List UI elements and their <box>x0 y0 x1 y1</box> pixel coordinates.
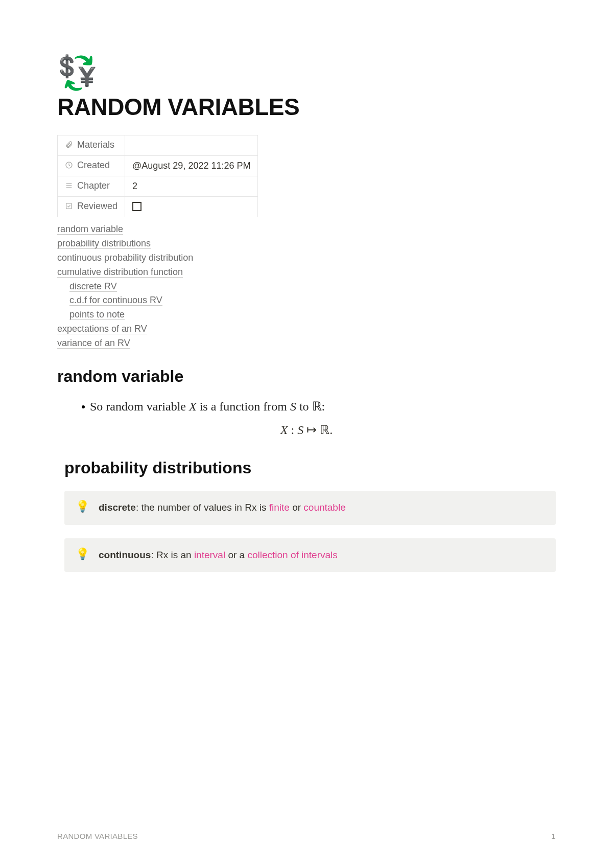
toc-link[interactable]: variance of an RV <box>57 338 130 349</box>
page-footer: RANDOM VARIABLES 1 <box>57 832 556 840</box>
toc-link[interactable]: points to note <box>69 309 125 320</box>
text: or <box>290 502 303 513</box>
toc-link[interactable]: probability distributions <box>57 238 151 249</box>
text-highlight: collection of intervals <box>247 550 337 560</box>
toc-link[interactable]: discrete RV <box>69 281 117 292</box>
property-value-materials[interactable] <box>125 135 258 156</box>
property-row-materials: Materials <box>58 135 258 156</box>
math-var: X <box>280 423 288 437</box>
property-row-created: Created @August 29, 2022 11:26 PM <box>58 156 258 176</box>
toc-link[interactable]: c.d.f for continuous RV <box>69 295 162 306</box>
text: or a <box>225 550 247 560</box>
bullet-text: So random variable X is a function from … <box>82 399 556 414</box>
property-label: Materials <box>77 140 114 150</box>
math-var: X <box>189 400 197 413</box>
lightbulb-icon: 💡 <box>76 501 89 512</box>
lightbulb-icon: 💡 <box>76 549 89 560</box>
text-bold: discrete <box>99 502 136 513</box>
page-emoji-icon: 💱 <box>57 56 556 89</box>
maps-to-icon: ↦ <box>303 423 320 437</box>
property-value-created[interactable]: @August 29, 2022 11:26 PM <box>125 156 258 176</box>
section-heading-probability-distributions: probability distributions <box>64 459 556 477</box>
text: to <box>296 400 312 413</box>
property-row-chapter: Chapter 2 <box>58 176 258 197</box>
property-label: Chapter <box>77 180 110 191</box>
math-var: S <box>297 423 303 437</box>
text: is a function from <box>197 400 290 413</box>
text-bold: continuous <box>99 550 151 560</box>
math-set: ℝ <box>312 400 322 413</box>
reviewed-checkbox[interactable] <box>132 202 142 211</box>
toc-link[interactable]: cumulative distribution function <box>57 267 183 278</box>
math-formula: X : S ↦ ℝ. <box>57 423 556 437</box>
text: : the number of values in Rx is <box>136 502 269 513</box>
footer-page-number: 1 <box>551 832 556 840</box>
text: So random variable <box>90 400 189 413</box>
property-row-reviewed: Reviewed <box>58 197 258 217</box>
callout-discrete: 💡 discrete: the number of values in Rx i… <box>64 491 556 525</box>
svg-rect-1 <box>66 203 72 209</box>
section-heading-random-variable: random variable <box>57 367 556 386</box>
property-label: Reviewed <box>77 201 117 211</box>
footer-title: RANDOM VARIABLES <box>57 832 138 840</box>
text-highlight: interval <box>194 550 225 560</box>
list-icon <box>65 181 74 192</box>
page-title: RANDOM VARIABLES <box>57 93 556 121</box>
properties-table: Materials Created @August 29, 2022 11:26… <box>57 135 258 217</box>
text: : Rx is an <box>151 550 194 560</box>
text-highlight: countable <box>303 502 345 513</box>
text-highlight: finite <box>269 502 290 513</box>
clock-icon <box>65 161 74 172</box>
text: : <box>288 423 298 437</box>
callout-text: discrete: the number of values in Rx is … <box>99 501 545 515</box>
property-label: Created <box>77 160 110 170</box>
table-of-contents: random variable probability distribution… <box>57 222 556 351</box>
math-set: ℝ <box>320 423 329 437</box>
property-value-reviewed[interactable] <box>125 197 258 217</box>
math-var: S <box>290 400 296 413</box>
checkbox-icon <box>65 202 74 213</box>
toc-link[interactable]: continuous probability distribution <box>57 253 193 263</box>
callout-continuous: 💡 continuous: Rx is an interval or a col… <box>64 538 556 573</box>
bullet-icon <box>82 405 85 408</box>
toc-link[interactable]: random variable <box>57 224 123 235</box>
toc-link[interactable]: expectations of an RV <box>57 324 147 334</box>
property-value-chapter[interactable]: 2 <box>125 176 258 197</box>
paperclip-icon <box>65 141 74 151</box>
text: . <box>329 423 333 437</box>
callout-text: continuous: Rx is an interval or a colle… <box>99 549 545 562</box>
